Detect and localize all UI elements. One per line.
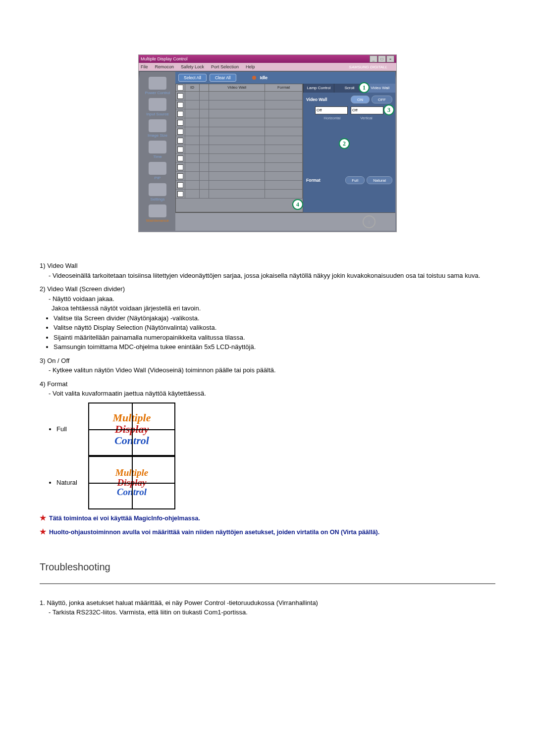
horizontal-label: Horizontal [315, 116, 349, 120]
fmt-full-label: Full [56, 424, 88, 434]
info-icon: ! [363, 215, 375, 228]
divider [40, 583, 495, 584]
s2-b4: Samsungin toimittama MDC-ohjelma tukee e… [54, 342, 495, 352]
col-video-wall: Video Wall [209, 84, 265, 91]
note1: Tätä toimintoa ei voi käyttää MagicInfo-… [49, 515, 200, 522]
sidebar: Power Control Input Source Image Size Ti… [140, 72, 175, 231]
table-row[interactable] [176, 190, 303, 199]
col-format: Format [265, 84, 303, 91]
clear-all-button[interactable]: Clear All [210, 74, 236, 82]
s3-title: 3) On / Off [40, 356, 495, 366]
format-full-button[interactable]: Full [345, 176, 365, 184]
document-body: 1) Video Wall - Videoseinällä tarkoiteta… [40, 252, 495, 622]
select-all-button[interactable]: Select All [178, 74, 207, 82]
sidebar-item-maintenance[interactable]: Maintenance [144, 204, 171, 223]
app-title: Multiple Display Control [141, 56, 188, 61]
menu-safety-lock[interactable]: Safety Lock [181, 64, 204, 69]
vertical-select[interactable]: Off [351, 106, 383, 114]
table-row[interactable] [176, 163, 303, 172]
s4-title: 4) Format [40, 379, 495, 389]
minimize-button[interactable]: _ [370, 55, 377, 62]
t1-l1: - Tarkista RS232C-liitos. Varmista, että… [40, 607, 495, 617]
sidebar-item-input-source[interactable]: Input Source [144, 98, 171, 116]
format-label: Format [306, 178, 321, 183]
menu-port-selection[interactable]: Port Selection [211, 64, 239, 69]
s3-l1: - Kytkee valitun näytön Video Wall (Vide… [40, 365, 495, 375]
s1-line: - Videoseinällä tarkoitetaan toisiinsa l… [40, 271, 495, 281]
note2: Huolto-ohjaustoiminnon avulla voi määrit… [49, 529, 379, 536]
format-full-preview: Multiple Display Control [88, 403, 175, 456]
table-row[interactable] [176, 145, 303, 154]
horizontal-select[interactable]: Off [315, 106, 348, 114]
table-row[interactable] [176, 181, 303, 190]
table-row[interactable] [176, 172, 303, 181]
format-natural-preview: Multiple Display Control [88, 456, 175, 509]
bottom-bar: ! [175, 212, 395, 231]
display-grid: ID Video Wall Format [175, 84, 303, 212]
annotation-1: 1 [359, 82, 370, 93]
menu-bar: File Remocon Safety Lock Port Selection … [139, 63, 396, 71]
brand-label: SAMSUNG DIGITALL [262, 65, 387, 69]
s2-l1: - Näyttö voidaan jakaa. [40, 294, 495, 304]
off-button[interactable]: OFF [372, 96, 392, 103]
annotation-3: 3 [383, 104, 394, 115]
format-natural-button[interactable]: Natural [367, 176, 392, 184]
annotation-2: 2 [339, 138, 350, 149]
t1: 1. Näyttö, jonka asetukset haluat määrit… [40, 598, 495, 608]
sidebar-item-settings[interactable]: Settings [144, 183, 171, 202]
table-row[interactable] [176, 118, 303, 127]
app-window: Multiple Display Control _ □ × File Remo… [138, 54, 397, 232]
table-row[interactable] [176, 92, 303, 101]
right-panel: Lamp Control Scroll Video Wall Video Wal… [303, 84, 395, 212]
sidebar-item-image-size[interactable]: Image Size [144, 119, 171, 138]
status-dot-icon [252, 76, 256, 80]
table-row[interactable] [176, 154, 303, 163]
s4-l1: - Voit valita kuvaformaatin jaettua näyt… [40, 389, 495, 399]
sidebar-item-power[interactable]: Power Control [144, 77, 171, 95]
col-id: ID [185, 84, 200, 91]
table-row[interactable] [176, 136, 303, 145]
menu-file[interactable]: File [141, 64, 148, 69]
close-button[interactable]: × [386, 55, 394, 62]
status-idle: Idle [260, 75, 268, 80]
s2-b1: Valitse tila Screen divider (Näytönjakaj… [54, 313, 495, 323]
sidebar-item-pip[interactable]: PIP [144, 162, 171, 180]
on-button[interactable]: ON [351, 96, 370, 103]
s2-b2: Valitse näyttö Display Selection (Näytön… [54, 323, 495, 333]
table-row[interactable] [176, 109, 303, 118]
fmt-natural-label: Natural [56, 478, 88, 488]
table-row[interactable] [176, 101, 303, 109]
s2-b3: Sijainti määritellään painamalla numerop… [54, 333, 495, 343]
table-row[interactable] [176, 127, 303, 136]
tab-lamp-control[interactable]: Lamp Control [303, 84, 334, 93]
s2-l2: Jakoa tehtäessä näytöt voidaan järjestel… [40, 303, 495, 313]
star-icon: ★ [40, 513, 46, 522]
s2-title: 2) Video Wall (Screen divider) [40, 284, 495, 294]
vertical-label: Vertical [349, 116, 383, 120]
annotation-4: 4 [292, 199, 303, 210]
troubleshooting-heading: Troubleshooting [40, 559, 495, 574]
star-icon: ★ [40, 527, 46, 536]
maximize-button[interactable]: □ [378, 55, 386, 62]
sidebar-item-time[interactable]: Time [144, 141, 171, 159]
title-bar: Multiple Display Control _ □ × [139, 55, 396, 63]
s1-title: 1) Video Wall [40, 261, 495, 271]
menu-help[interactable]: Help [246, 64, 255, 69]
video-wall-label: Video Wall [306, 97, 327, 102]
menu-remocon[interactable]: Remocon [155, 64, 174, 69]
